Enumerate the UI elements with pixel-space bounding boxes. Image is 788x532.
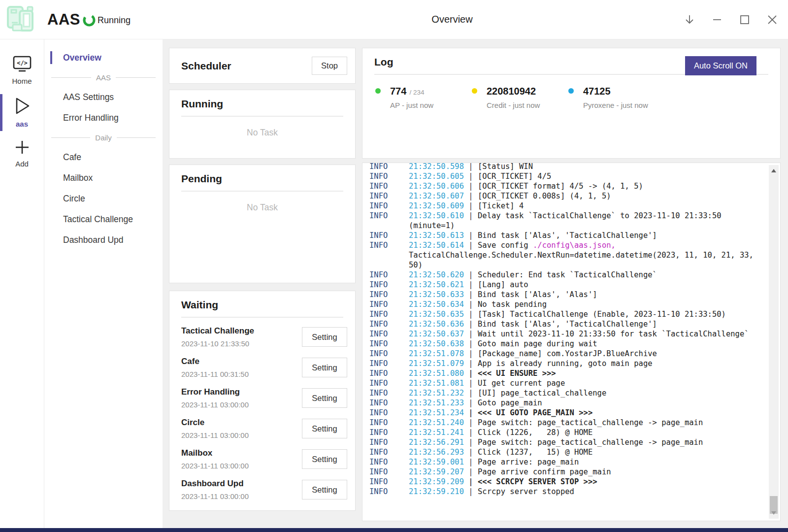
log-timestamp: 21:32:50.607 <box>409 192 464 200</box>
log-message: 21:32:50.635 | [Task] TacticalChallenge … <box>409 309 769 319</box>
rail-item-add[interactable]: Add <box>0 134 44 174</box>
waiting-task-row: Mailbox2023-11-11 03:00:00Setting <box>169 444 355 474</box>
log-separator: | <box>464 231 478 240</box>
scheduler-title: Scheduler <box>181 60 231 72</box>
log-message: 21:32:51.233 | Goto page_main <box>409 398 769 408</box>
sidebar-item-overview[interactable]: Overview <box>44 47 163 68</box>
log-message-segment: Goto page_main <box>478 399 542 407</box>
log-message-segment: No task pending <box>478 300 547 309</box>
log-message: 21:32:50.634 | No task pending <box>409 299 769 309</box>
task-setting-button[interactable]: Setting <box>302 388 347 408</box>
sidebar-item-tactical-challenge[interactable]: Tactical Challenge <box>44 209 163 230</box>
task-setting-button[interactable]: Setting <box>302 480 347 499</box>
stat-value: 220810942 <box>487 86 568 97</box>
app-logo-icon <box>5 4 36 35</box>
task-setting-button[interactable]: Setting <box>302 358 347 377</box>
menu-section-divider: AAS <box>44 68 163 87</box>
log-level: INFO <box>369 290 409 299</box>
log-line: INFO21:32:56.291 | Page switch: page_tac… <box>369 437 780 447</box>
sidebar-item-aas-settings[interactable]: AAS Settings <box>44 87 163 107</box>
sidebar-item-error-handling[interactable]: Error Handling <box>44 107 163 128</box>
log-message: 21:32:50.606 | [OCR_TICKET format] 4/5 -… <box>409 181 769 191</box>
stat-label: AP - just now <box>390 101 472 109</box>
log-message-segment: Click (1237, 15) @ HOME <box>478 448 592 457</box>
log-message: 21:32:50.638 | Goto main page during wai… <box>409 339 769 349</box>
log-message: 21:32:59.210 | Scrcpy server stopped <box>409 487 769 497</box>
spinner-icon <box>79 10 99 31</box>
sidebar-item-cafe[interactable]: Cafe <box>44 147 163 167</box>
minimize-button[interactable] <box>709 12 725 28</box>
log-message-segment: [UI] page_tactical_challenge <box>478 389 606 398</box>
maximize-button[interactable] <box>737 12 753 28</box>
log-timestamp: 21:32:51.233 <box>409 399 464 407</box>
log-line: INFO21:32:56.293 | Click (1237, 15) @ HO… <box>369 447 780 457</box>
log-line: INFO21:32:51.078 | [Package_name] com.Yo… <box>369 349 780 359</box>
play-icon <box>13 96 31 116</box>
content-area: Scheduler Stop Running No Task Pending N… <box>163 39 788 528</box>
log-separator: | <box>464 438 478 447</box>
waiting-task-row: Circle2023-11-11 03:00:00Setting <box>169 413 355 444</box>
log-message-segment: UI get current page <box>478 379 565 388</box>
waiting-card: Waiting Tactical Challenge2023-11-10 21:… <box>169 291 356 511</box>
log-level: INFO <box>369 270 409 280</box>
sidebar-item-dashboard-upd[interactable]: Dashboard Upd <box>44 230 163 250</box>
auto-scroll-toggle[interactable]: Auto Scroll ON <box>685 56 756 75</box>
log-timestamp: 21:32:50.609 <box>409 201 464 210</box>
sidebar-item-mailbox[interactable]: Mailbox <box>44 167 163 188</box>
rail-label: aas <box>16 120 28 128</box>
log-message-segment: Goto main page during wait <box>478 339 597 348</box>
log-line: INFO21:32:59.210 | Scrcpy server stopped <box>369 487 780 497</box>
log-line: INFO21:32:50.606 | [OCR_TICKET format] 4… <box>369 181 780 191</box>
log-message-segment: Bind task ['Alas', 'TacticalChallenge'] <box>478 231 657 240</box>
scrollbar-up-arrow-icon[interactable] <box>771 169 776 172</box>
log-line: INFO21:32:50.635 | [Task] TacticalChalle… <box>369 309 780 319</box>
download-button[interactable] <box>682 12 697 28</box>
scheduler-stop-button[interactable]: Stop <box>312 57 347 75</box>
log-level: INFO <box>369 359 409 368</box>
running-empty-text: No Task <box>169 128 355 138</box>
task-setting-button[interactable]: Setting <box>302 449 347 469</box>
scrollbar-down-arrow-icon[interactable] <box>771 511 776 515</box>
rail-item-aas[interactable]: aas <box>0 91 44 134</box>
log-message: 21:32:50.598 | [Status] WIN <box>409 163 769 171</box>
log-separator: | <box>464 477 478 486</box>
titlebar: AAS Running Overview <box>0 0 788 39</box>
log-level: INFO <box>369 457 409 467</box>
task-setting-button[interactable]: Setting <box>302 327 347 347</box>
log-line: INFO21:32:51.080 | <<< UI ENSURE >>> <box>369 368 780 378</box>
stat-label: Credit - just now <box>487 101 568 109</box>
log-view[interactable]: INFO21:32:50.598 | [Status] WININFO21:32… <box>362 163 781 521</box>
log-message: 21:32:51.240 | Page switch: page_tactica… <box>409 418 769 428</box>
rail-label: Add <box>15 160 29 168</box>
log-level: INFO <box>369 368 409 378</box>
log-timestamp: 21:32:50.637 <box>409 330 464 338</box>
log-separator: | <box>464 389 478 398</box>
log-timestamp: 21:32:50.636 <box>409 320 464 329</box>
close-button[interactable] <box>764 12 780 28</box>
log-message: 21:32:50.607 | [OCR_TICKET 0.008s] (4, 1… <box>409 191 769 201</box>
log-separator: | <box>464 428 478 437</box>
task-setting-button[interactable]: Setting <box>302 419 347 438</box>
log-line: INFO21:32:50.634 | No task pending <box>369 299 780 309</box>
log-message-segment: <<< UI ENSURE >>> <box>478 369 556 378</box>
log-level: INFO <box>369 408 409 418</box>
sidebar-item-circle[interactable]: Circle <box>44 188 163 209</box>
log-timestamp: 21:32:59.210 <box>409 487 464 496</box>
code-monitor-icon: </> <box>12 55 32 73</box>
pending-title: Pending <box>169 173 355 185</box>
svg-text:</>: </> <box>17 60 28 66</box>
log-level: INFO <box>369 447 409 457</box>
log-scrollbar[interactable] <box>769 165 779 519</box>
page-title: Overview <box>431 14 472 25</box>
log-level: INFO <box>369 437 409 447</box>
log-line: INFO21:32:50.614 | Save config ./config\… <box>369 240 780 270</box>
log-timestamp: 21:32:51.081 <box>409 379 464 388</box>
log-separator: | <box>464 467 478 476</box>
rail-item-home[interactable]: </> Home <box>0 50 44 91</box>
log-message: 21:32:50.636 | Bind task ['Alas', 'Tacti… <box>409 319 769 329</box>
scheduler-card: Scheduler Stop <box>169 48 356 84</box>
log-level: INFO <box>369 418 409 428</box>
download-arrow-icon <box>683 13 696 26</box>
stat-label: Pyroxene - just now <box>583 101 665 109</box>
waiting-list: Tactical Challenge2023-11-10 21:33:50Set… <box>169 322 355 505</box>
